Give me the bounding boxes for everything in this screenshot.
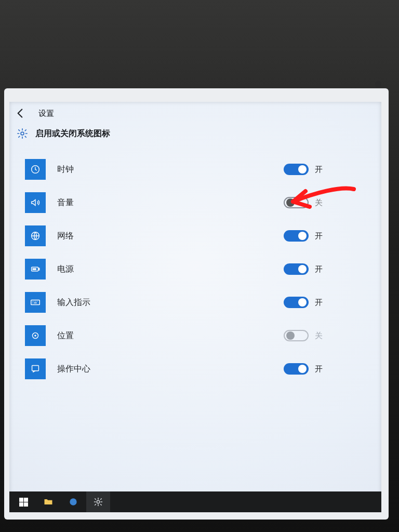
svg-point-0	[21, 132, 24, 135]
row-volume: 音量 关	[25, 186, 372, 219]
row-action-center: 操作中心 开	[25, 352, 372, 385]
location-icon	[25, 325, 46, 346]
toggle-location	[284, 330, 309, 341]
volume-icon	[25, 192, 46, 213]
page-title: 启用或关闭系统图标	[35, 128, 110, 139]
folder-icon	[43, 497, 54, 507]
row-location: 位置 关	[25, 319, 372, 352]
toggle-state: 开	[315, 264, 323, 274]
action-center-icon	[25, 358, 46, 379]
clock-icon	[25, 159, 46, 180]
icon-toggle-list: 时钟 开 音量 关	[9, 150, 381, 385]
row-input-indicator: 输入指示 开	[25, 286, 372, 319]
svg-point-11	[97, 500, 99, 503]
toggle-state: 关	[315, 331, 323, 341]
settings-gear-icon	[17, 128, 28, 139]
row-label: 输入指示	[57, 297, 119, 308]
windows-logo-icon	[19, 498, 28, 507]
edge-icon	[68, 497, 78, 507]
network-icon	[25, 225, 46, 246]
toggle-state: 关	[315, 198, 323, 208]
app-title: 设置	[38, 109, 54, 118]
screen: 设置 启用或关闭系统图标 时钟 开	[9, 102, 381, 512]
row-network: 网络 开	[25, 219, 372, 252]
taskbar-edge[interactable]	[61, 491, 85, 512]
row-label: 网络	[57, 231, 119, 242]
page-title-row: 启用或关闭系统图标	[9, 125, 381, 150]
laptop-camera	[375, 81, 381, 87]
toggle-state: 开	[315, 231, 323, 241]
row-label: 操作中心	[57, 364, 119, 375]
taskbar-file-explorer[interactable]	[36, 491, 60, 512]
arrow-left-icon	[14, 107, 27, 120]
row-clock: 时钟 开	[25, 153, 372, 186]
row-label: 时钟	[57, 164, 119, 175]
gear-icon	[93, 497, 103, 507]
toggle-state: 开	[315, 364, 323, 374]
title-bar: 设置	[9, 102, 381, 125]
svg-point-8	[34, 335, 36, 337]
toggle-clock[interactable]	[284, 164, 309, 175]
photo-frame: 设置 启用或关闭系统图标 时钟 开	[0, 0, 399, 532]
taskbar	[9, 491, 381, 512]
keyboard-icon	[25, 292, 46, 313]
row-label: 电源	[57, 264, 119, 275]
taskbar-settings[interactable]	[86, 491, 110, 512]
svg-point-10	[70, 498, 76, 505]
back-button[interactable]	[14, 107, 27, 120]
toggle-power[interactable]	[284, 263, 309, 275]
svg-rect-5	[33, 268, 36, 270]
start-button[interactable]	[11, 491, 35, 512]
svg-rect-4	[38, 268, 39, 270]
toggle-state: 开	[315, 298, 323, 308]
row-label: 位置	[57, 330, 119, 341]
toggle-action-center[interactable]	[284, 363, 309, 375]
row-label: 音量	[57, 197, 119, 208]
toggle-network[interactable]	[284, 230, 309, 242]
toggle-state: 开	[315, 165, 323, 175]
toggle-volume[interactable]	[284, 197, 309, 208]
svg-rect-6	[31, 300, 40, 304]
row-power: 电源 开	[25, 252, 372, 286]
toggle-input[interactable]	[284, 297, 309, 308]
svg-rect-9	[32, 366, 39, 371]
battery-icon	[25, 259, 46, 280]
